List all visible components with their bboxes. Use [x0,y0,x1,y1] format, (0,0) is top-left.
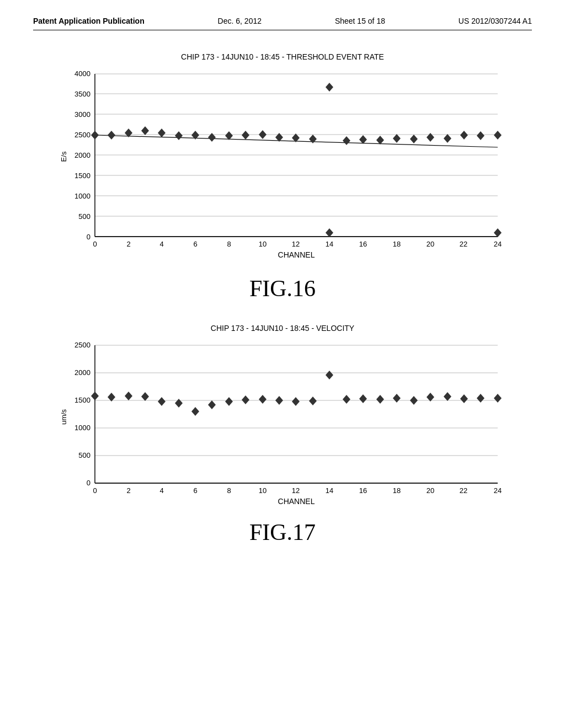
fig17-point [275,396,283,405]
sheet-label: Sheet 15 of 18 [335,17,385,25]
fig16-chart: 4000 3500 3000 2500 2000 1500 1000 500 0… [56,66,509,270]
fig17-point [343,395,350,404]
svg-text:500: 500 [78,212,90,221]
svg-text:8: 8 [227,240,231,248]
fig16-point [175,131,183,140]
fig17-container: CHIP 173 - 14JUN10 - 18:45 - VELOCITY [56,324,509,545]
fig17-point [158,397,166,406]
fig16-point [477,131,484,140]
fig17-point [141,392,149,401]
fig17-point [91,392,99,400]
fig16-point [359,135,367,144]
page: Patent Application Publication Dec. 6, 2… [0,0,565,728]
svg-text:2500: 2500 [74,131,90,139]
fig16-point-outlier [326,83,333,92]
fig16-point-low2 [494,228,502,237]
page-header: Patent Application Publication Dec. 6, 2… [33,17,532,30]
fig16-point [108,131,115,140]
patent-number: US 2012/0307244 A1 [459,17,532,25]
svg-text:4: 4 [159,486,163,495]
publication-label: Patent Application Publication [33,17,145,25]
svg-text:1000: 1000 [74,424,90,432]
fig16-point [444,134,451,143]
svg-text:0: 0 [93,486,97,495]
fig17-label: FIG.17 [56,519,509,545]
fig16-point [259,130,266,139]
svg-text:18: 18 [393,240,401,248]
svg-text:22: 22 [460,486,467,495]
fig17-point [444,392,451,401]
fig17-title: CHIP 173 - 14JUN10 - 18:45 - VELOCITY [56,324,509,333]
fig17-point [191,407,199,416]
svg-text:CHANNEL: CHANNEL [278,250,315,259]
fig16-point [343,136,350,145]
svg-text:12: 12 [292,240,300,248]
svg-text:2000: 2000 [74,368,90,377]
svg-text:16: 16 [359,240,367,248]
fig16-point [494,131,502,140]
fig17-point [427,393,434,402]
svg-text:20: 20 [427,240,434,248]
svg-text:1000: 1000 [74,192,90,200]
fig16-point [393,134,401,143]
svg-text:22: 22 [460,240,467,248]
date-label: Dec. 6, 2012 [218,17,262,25]
fig16-point [460,131,468,140]
svg-text:6: 6 [193,486,197,495]
fig17-point [460,394,468,403]
fig16-point [410,135,418,143]
fig16-point [427,133,434,142]
fig16-container: CHIP 173 - 14JUN10 - 18:45 - THRESHOLD E… [56,52,509,302]
svg-text:20: 20 [427,486,434,495]
svg-text:10: 10 [259,486,266,495]
fig17-point [359,394,367,403]
svg-text:6: 6 [193,240,197,248]
fig16-point [376,136,384,144]
svg-text:1500: 1500 [74,396,90,404]
fig17-point [410,396,418,405]
fig17-point [225,397,233,406]
svg-text:2000: 2000 [74,151,90,159]
svg-text:3000: 3000 [74,110,90,119]
svg-text:12: 12 [292,486,300,495]
fig17-point [494,394,502,403]
svg-text:0: 0 [87,479,90,487]
svg-text:0: 0 [93,240,97,248]
svg-text:2: 2 [126,240,130,248]
fig16-point-low [326,228,333,237]
fig17-point [108,393,115,402]
fig16-label: FIG.16 [56,275,509,302]
fig17-chart: 2500 2000 1500 1000 500 0 um/s 0 2 4 6 8… [56,337,509,513]
fig17-point [175,399,183,408]
svg-text:4: 4 [159,240,163,248]
fig16-point [141,126,149,135]
fig17-point [292,397,300,406]
fig17-point [259,395,266,404]
svg-text:8: 8 [227,486,231,495]
svg-text:4000: 4000 [74,69,90,78]
svg-text:500: 500 [78,451,90,459]
svg-text:10: 10 [259,240,266,248]
svg-text:CHANNEL: CHANNEL [278,497,315,506]
fig16-point [91,131,99,140]
svg-text:0: 0 [87,233,90,241]
svg-text:3500: 3500 [74,90,90,98]
svg-text:E/s: E/s [60,151,68,162]
svg-text:1500: 1500 [74,172,90,180]
svg-text:2500: 2500 [74,341,90,349]
fig17-point [309,397,317,405]
svg-text:2: 2 [126,486,130,495]
fig17-point [477,394,484,403]
svg-text:14: 14 [326,240,333,248]
svg-text:14: 14 [326,486,333,495]
svg-text:um/s: um/s [60,409,68,425]
fig17-point [125,392,132,400]
fig16-point [158,129,166,137]
fig17-point [376,395,384,404]
fig17-point-outlier [326,371,333,379]
fig16-point [208,133,216,142]
svg-text:18: 18 [393,486,401,495]
fig16-point [242,131,249,140]
svg-text:24: 24 [494,240,502,248]
svg-text:16: 16 [359,486,367,495]
